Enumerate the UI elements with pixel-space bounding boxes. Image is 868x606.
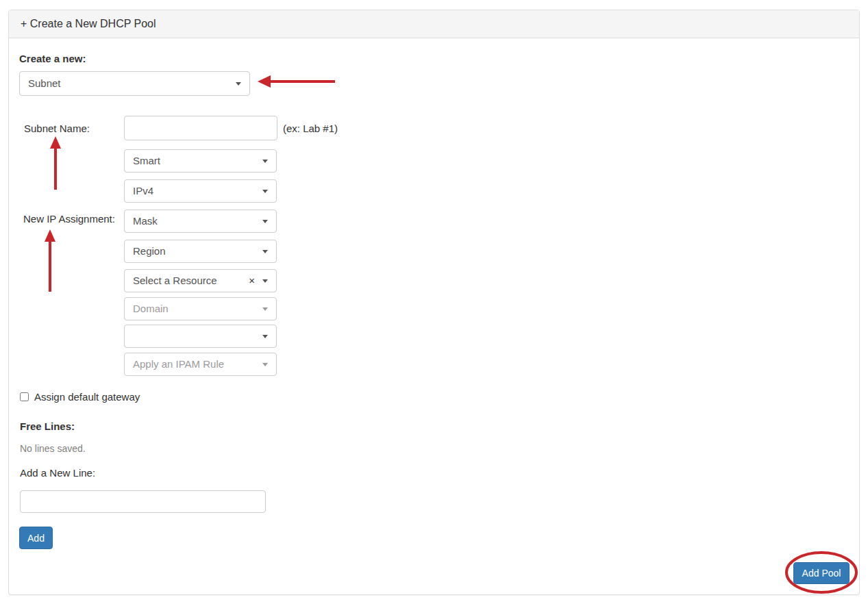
add-line-label: Add a New Line: xyxy=(20,467,95,479)
mask-select-value: Mask xyxy=(133,215,158,227)
subnet-name-hint: (ex: Lab #1) xyxy=(283,123,338,134)
ipam-rule-select-value: Apply an IPAM Rule xyxy=(133,358,224,370)
ip-version-select-value: IPv4 xyxy=(133,185,153,197)
smart-mode-select[interactable]: Smart xyxy=(124,149,277,173)
ip-assignment-label: New IP Assignment: xyxy=(23,213,115,225)
mask-select[interactable]: Mask xyxy=(124,210,277,233)
assign-gateway-label: Assign default gateway xyxy=(34,391,140,403)
ipam-rule-select[interactable]: Apply an IPAM Rule xyxy=(124,353,277,376)
chevron-down-icon xyxy=(262,190,268,193)
subnet-name-input[interactable] xyxy=(124,116,277,140)
chevron-down-icon xyxy=(262,307,268,311)
subnet-name-label: Subnet Name: xyxy=(24,123,90,134)
clear-icon[interactable]: × xyxy=(249,274,255,288)
free-lines-empty-text: No lines saved. xyxy=(20,443,86,454)
unnamed-select[interactable] xyxy=(124,325,277,348)
chevron-down-icon xyxy=(236,82,241,86)
create-new-label: Create a new: xyxy=(19,53,86,64)
domain-select-value: Domain xyxy=(133,303,169,314)
resource-select-value: Select a Resource xyxy=(133,275,217,286)
pool-type-select[interactable]: Subnet xyxy=(19,71,250,96)
assign-gateway-checkbox[interactable] xyxy=(20,392,29,401)
region-select-value: Region xyxy=(133,245,166,257)
chevron-down-icon xyxy=(262,363,268,366)
region-select[interactable]: Region xyxy=(124,240,277,263)
panel-title: + Create a New DHCP Pool xyxy=(21,18,156,30)
chevron-down-icon xyxy=(262,250,268,253)
pool-type-select-value: Subnet xyxy=(28,77,61,89)
chevron-down-icon xyxy=(262,279,268,283)
add-line-input[interactable] xyxy=(20,490,266,513)
chevron-down-icon xyxy=(262,160,268,163)
ip-version-select[interactable]: IPv4 xyxy=(124,179,277,203)
add-line-button[interactable]: Add xyxy=(19,527,53,549)
resource-select[interactable]: Select a Resource × xyxy=(124,269,277,292)
free-lines-heading: Free Lines: xyxy=(20,420,75,432)
chevron-down-icon xyxy=(262,335,268,338)
add-pool-button[interactable]: Add Pool xyxy=(793,562,850,584)
domain-select[interactable]: Domain xyxy=(124,297,277,320)
panel-heading: + Create a New DHCP Pool xyxy=(9,10,859,38)
chevron-down-icon xyxy=(262,220,268,223)
smart-mode-select-value: Smart xyxy=(133,155,160,166)
